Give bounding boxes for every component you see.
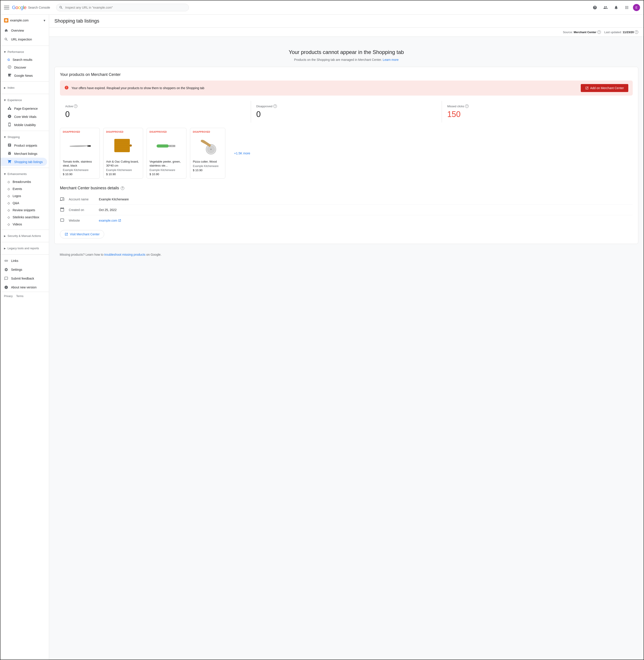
disapproved-label: Disapproved ? (256, 105, 437, 108)
stat-missed-clicks: Missed clicks ? 150 (442, 101, 633, 122)
shopping-header[interactable]: ▾ Shopping (0, 133, 49, 141)
missed-clicks-info-icon[interactable]: ? (465, 105, 469, 108)
terms-link[interactable]: Terms (16, 295, 23, 298)
website-label: Website (69, 219, 95, 222)
sidebar-item-overview[interactable]: Overview (0, 26, 47, 35)
svg-rect-9 (157, 144, 169, 147)
settings-icon (4, 267, 8, 272)
svg-point-0 (10, 108, 11, 110)
calendar-icon (60, 207, 65, 212)
menu-icon[interactable] (4, 5, 9, 10)
page-title: Shopping tab listings (54, 18, 638, 24)
site-icon (4, 18, 8, 23)
help-button[interactable] (591, 3, 599, 12)
legacy-label: Legacy tools and reports (7, 247, 39, 250)
visit-merchant-center-button[interactable]: Visit Merchant Center (60, 230, 104, 238)
videos-label: Videos (13, 223, 22, 226)
sidebar-item-videos[interactable]: ◇ Videos (0, 221, 47, 228)
sidebar-item-search-results[interactable]: G Search results (0, 56, 47, 63)
last-updated-info-icon[interactable]: ? (635, 30, 638, 34)
sidebar-item-review-snippets[interactable]: ◇ Review snippets (0, 207, 47, 214)
sidebar-item-links[interactable]: Links (0, 256, 47, 265)
discover-label: Discover (14, 66, 26, 69)
breadcrumbs-icon: ◇ (7, 180, 10, 184)
sidebar-item-about-new-version[interactable]: About new version (0, 283, 47, 292)
sidebar-item-events[interactable]: ◇ Events (0, 185, 47, 192)
product-image-0 (63, 135, 97, 157)
sidebar-item-submit-feedback[interactable]: Submit feedback (0, 274, 47, 283)
product-card-0[interactable]: DISAPPROVED (60, 128, 100, 179)
website-link[interactable]: example.com (99, 219, 121, 222)
add-on-merchant-center-button[interactable]: Add on Merchant Center (581, 84, 628, 92)
sidebar-item-sitelinks-searchbox[interactable]: ◇ Sitelinks searchbox (0, 214, 47, 221)
website-icon (60, 218, 65, 223)
product-card-2[interactable]: DISAPPROVED (147, 128, 186, 179)
product-card-1[interactable]: DISAPPROVED (103, 128, 143, 179)
missed-clicks-value: 150 (447, 110, 627, 119)
business-details-section: Merchant Center business details ? Accou… (60, 186, 633, 238)
chevron-down-4-icon: ▾ (4, 172, 6, 176)
security-header[interactable]: ▸ Security & Manual Actions (0, 232, 49, 240)
sidebar-item-mobile-usability[interactable]: Mobile Usability (0, 121, 47, 129)
about-new-version-label: About new version (11, 286, 37, 289)
sidebar-item-settings[interactable]: Settings (0, 265, 47, 274)
url-inspection-label: URL inspection (11, 38, 32, 41)
troubleshoot-link[interactable]: troubleshoot missing products (105, 253, 145, 256)
merchant-card: Your products on Merchant Center Your of… (54, 67, 638, 244)
index-header[interactable]: ▸ Index (0, 83, 49, 92)
product-card-3[interactable]: DISAPPROVED (190, 128, 225, 179)
cutting-board-svg (113, 138, 133, 154)
submit-feedback-label: Submit feedback (11, 277, 34, 280)
breadcrumbs-label: Breadcrumbs (13, 180, 31, 184)
account-search-button[interactable] (601, 3, 610, 12)
sidebar-item-logos[interactable]: ◇ Logos (0, 192, 47, 200)
disapproved-info-icon[interactable]: ? (273, 105, 277, 108)
sidebar-item-qa[interactable]: ◇ Q&A (0, 200, 47, 207)
enhancements-header[interactable]: ▾ Enhancements (0, 169, 49, 178)
product-price-3: $ 10.90 (193, 168, 223, 172)
qa-label: Q&A (13, 201, 19, 205)
sidebar-item-core-web-vitals[interactable]: Core Web Vitals (0, 113, 47, 121)
product-name-3: Pizza cutter, Wood (193, 160, 223, 164)
search-input[interactable] (56, 4, 189, 11)
disapproved-value: 0 (256, 110, 437, 119)
sidebar-item-breadcrumbs[interactable]: ◇ Breadcrumbs (0, 178, 47, 185)
legacy-header[interactable]: ▸ Legacy tools and reports (0, 244, 49, 253)
sidebar-item-page-experience[interactable]: Page Experience (0, 105, 47, 113)
svg-point-16 (210, 149, 212, 150)
svg-point-13 (171, 145, 173, 146)
notifications-button[interactable] (612, 3, 621, 12)
business-details-info-icon[interactable]: ? (121, 186, 124, 190)
site-name-label: example.com (10, 19, 42, 22)
more-products-link[interactable]: +1.5K more (234, 152, 250, 155)
apps-button[interactable] (622, 3, 631, 12)
peeler-svg (156, 140, 178, 152)
site-selector[interactable]: example.com ▾ (0, 16, 49, 26)
sidebar-item-merchant-listings[interactable]: Merchant listings (0, 150, 47, 158)
privacy-link[interactable]: Privacy (4, 295, 13, 298)
avatar[interactable]: E (633, 4, 640, 11)
page-experience-label: Page Experience (14, 107, 38, 110)
sidebar-item-product-snippets[interactable]: Product snippets (0, 141, 47, 150)
active-info-icon[interactable]: ? (74, 105, 77, 108)
sidebar-item-shopping-tab-listings[interactable]: Shopping tab listings (0, 158, 47, 166)
sidebar-item-discover[interactable]: Discover (0, 63, 47, 71)
core-web-vitals-label: Core Web Vitals (14, 115, 37, 118)
main-layout: example.com ▾ Overview URL inspection (0, 15, 644, 660)
source-meta: Source: Merchant Center ? (563, 30, 601, 34)
topbar-left: Google Search Console (4, 5, 53, 10)
footer-note: Missing products? Learn how to troublesh… (54, 249, 638, 260)
experience-header[interactable]: ▾ Experience (0, 96, 49, 105)
sidebar-item-google-news[interactable]: Google News (0, 71, 47, 79)
source-label: Source: (563, 30, 573, 34)
review-snippets-label: Review snippets (13, 208, 35, 212)
performance-header[interactable]: ▾ Performance (0, 48, 49, 56)
logo: Google Search Console (12, 5, 50, 10)
product-more[interactable]: +1.5K more (229, 128, 255, 179)
learn-more-link[interactable]: Learn more (383, 58, 399, 62)
source-value: Merchant Center (574, 30, 596, 34)
sidebar-item-url-inspection[interactable]: URL inspection (0, 35, 47, 44)
account-name-label: Account name (69, 198, 95, 201)
source-info-icon[interactable]: ? (597, 30, 601, 34)
logos-icon: ◇ (7, 194, 10, 198)
